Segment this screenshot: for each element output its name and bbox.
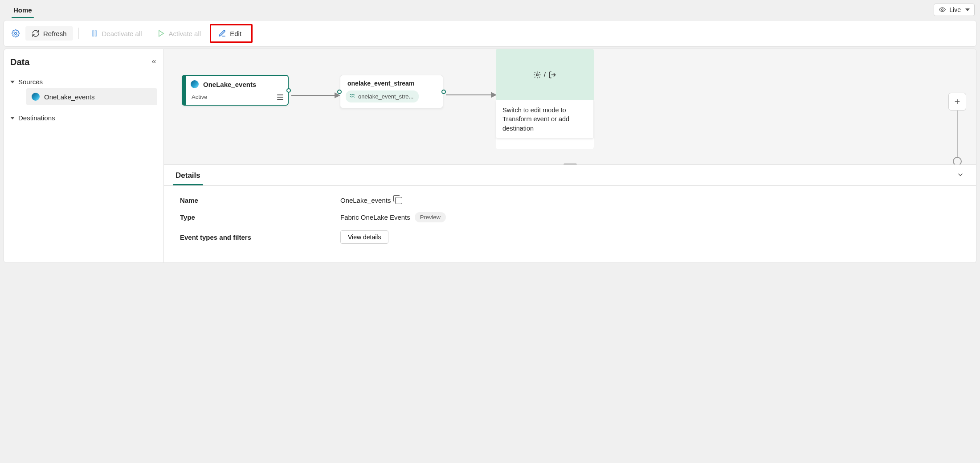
collapse-sidebar-button[interactable]: [151, 58, 157, 66]
view-details-button[interactable]: View details: [340, 230, 388, 244]
plus-icon: [953, 98, 961, 106]
tab-details-label: Details: [176, 171, 200, 180]
activate-all-label: Activate all: [169, 30, 201, 37]
gear-icon: [12, 29, 20, 37]
canvas[interactable]: OneLake_events Active onelake_event_stre…: [164, 49, 976, 165]
live-mode-label: Live: [949, 6, 961, 13]
output-icon: [548, 71, 556, 79]
sidebar-item-onelake-events[interactable]: OneLake_events: [26, 88, 157, 105]
dest-separator: /: [544, 71, 546, 79]
node-stream-title: onelake_event_stream: [346, 80, 437, 87]
node-port-in[interactable]: [337, 90, 342, 94]
detail-filters-label: Event types and filters: [180, 234, 340, 241]
pause-icon: [90, 29, 98, 37]
stream-icon: [349, 93, 355, 100]
toolbar: Refresh Deactivate all Activate all Edit: [4, 20, 976, 47]
tab-home-label: Home: [13, 6, 32, 14]
collapse-details-button[interactable]: [954, 168, 967, 183]
view-details-label: View details: [348, 234, 381, 241]
zoom-rail: [957, 111, 958, 159]
sidebar-title: Data: [10, 57, 29, 67]
dest-hint-text: Switch to edit mode to Transform event o…: [496, 100, 594, 139]
svg-point-1: [15, 33, 17, 35]
node-source-title: OneLake_events: [203, 81, 256, 88]
deactivate-all-label: Deactivate all: [102, 30, 142, 37]
svg-point-0: [941, 9, 943, 11]
copy-name-button[interactable]: [395, 197, 402, 204]
eye-icon: [939, 6, 946, 13]
onelake-icon: [191, 80, 199, 88]
stream-pill[interactable]: onelake_event_stre...: [346, 90, 419, 102]
transform-icon: [533, 71, 541, 79]
edit-button[interactable]: Edit: [212, 26, 248, 41]
node-menu-button[interactable]: [277, 94, 283, 100]
svg-point-7: [536, 74, 539, 76]
edit-icon: [218, 29, 226, 37]
edit-label: Edit: [230, 30, 241, 37]
node-source-onelake-events[interactable]: OneLake_events Active: [182, 75, 289, 106]
svg-marker-4: [159, 30, 163, 37]
detail-name-value: OneLake_events: [340, 197, 391, 204]
settings-button[interactable]: [8, 26, 23, 41]
destinations-tree-toggle[interactable]: Destinations: [10, 111, 157, 124]
svg-rect-2: [92, 31, 94, 36]
stream-pill-label: onelake_event_stre...: [358, 93, 413, 100]
toolbar-separator: [78, 28, 79, 39]
zoom-handle[interactable]: [953, 157, 962, 165]
svg-marker-5: [335, 93, 339, 98]
details-panel: Details Name OneLake_events Type: [164, 165, 976, 262]
svg-marker-6: [491, 93, 496, 97]
chevron-down-icon: [10, 81, 15, 83]
chevron-down-icon: [956, 171, 964, 179]
node-source-status: Active: [192, 94, 207, 100]
svg-rect-3: [95, 31, 96, 36]
chevron-down-icon: [10, 117, 15, 119]
detail-type-label: Type: [180, 213, 340, 221]
activate-all-button[interactable]: Activate all: [151, 26, 208, 41]
tab-home[interactable]: Home: [5, 3, 40, 18]
refresh-icon: [32, 29, 40, 37]
sources-tree-toggle[interactable]: Sources: [10, 75, 157, 88]
sidebar-item-label: OneLake_events: [44, 93, 94, 101]
double-chevron-left-icon: [151, 58, 157, 65]
edit-highlight: Edit: [210, 24, 253, 43]
refresh-button[interactable]: Refresh: [25, 26, 73, 41]
sources-label: Sources: [18, 78, 43, 86]
deactivate-all-button[interactable]: Deactivate all: [84, 26, 148, 41]
canvas-wrap: OneLake_events Active onelake_event_stre…: [164, 49, 976, 263]
node-stream[interactable]: onelake_event_stream onelake_event_stre.…: [340, 75, 443, 108]
add-node-button[interactable]: [948, 93, 966, 111]
node-destination-hint[interactable]: / Switch to edit mode to Transform event…: [496, 49, 594, 149]
detail-type-value: Fabric OneLake Events: [340, 213, 410, 221]
play-icon: [157, 29, 165, 37]
preview-badge: Preview: [415, 212, 446, 222]
data-sidebar: Data Sources OneLake_events Destinations: [4, 49, 164, 263]
chevron-down-icon: [965, 8, 970, 11]
refresh-label: Refresh: [43, 30, 67, 37]
live-mode-dropdown[interactable]: Live: [934, 4, 975, 16]
detail-name-label: Name: [180, 197, 340, 204]
destinations-label: Destinations: [18, 114, 55, 122]
onelake-icon: [32, 93, 40, 101]
tab-details[interactable]: Details: [173, 165, 203, 185]
splitter-handle[interactable]: [564, 164, 577, 165]
